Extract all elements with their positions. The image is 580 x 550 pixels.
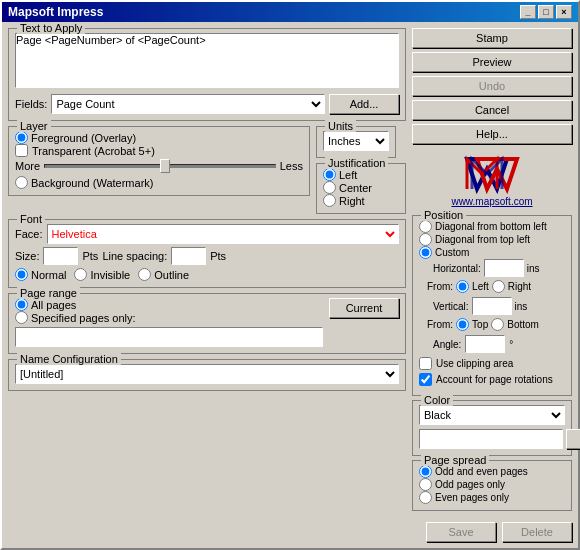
invisible-label: Invisible bbox=[90, 269, 130, 281]
justification-group: Justification Left Center Right bbox=[316, 163, 406, 214]
horizontal-input[interactable]: 0 bbox=[484, 259, 524, 277]
diagonal-top-left-radio[interactable] bbox=[419, 233, 432, 246]
bottom-buttons: Save Delete bbox=[2, 522, 578, 548]
normal-radio[interactable] bbox=[15, 268, 28, 281]
name-config-group: Name Configuration [Untitled] bbox=[8, 359, 406, 391]
odd-only-radio[interactable] bbox=[419, 478, 432, 491]
name-config-select[interactable]: [Untitled] bbox=[15, 364, 399, 384]
horizontal-unit: ins bbox=[527, 263, 540, 274]
odd-even-label: Odd and even pages bbox=[435, 466, 528, 477]
font-style-row: Normal Invisible Outline bbox=[15, 268, 399, 281]
color-label: Color bbox=[421, 394, 453, 406]
right-label: Right bbox=[339, 195, 365, 207]
right-radio-pos[interactable] bbox=[492, 280, 505, 293]
invisible-radio[interactable] bbox=[74, 268, 87, 281]
help-button[interactable]: Help... bbox=[412, 124, 572, 144]
background-radio-row: Background (Watermark) bbox=[15, 176, 303, 189]
less-label: Less bbox=[280, 160, 303, 172]
logo-url[interactable]: www.mapsoft.com bbox=[451, 196, 532, 207]
right-panel: Stamp Preview Undo Cancel Help... www.ma… bbox=[412, 28, 572, 516]
outline-label: Outline bbox=[154, 269, 189, 281]
bottom-radio-pos[interactable] bbox=[491, 318, 504, 331]
top-radio-pos[interactable] bbox=[456, 318, 469, 331]
foreground-radio[interactable] bbox=[15, 131, 28, 144]
slider-row: More Less bbox=[15, 160, 303, 172]
size-label: Size: bbox=[15, 250, 39, 262]
left-radio-row: Left bbox=[323, 168, 399, 181]
stamp-button[interactable]: Stamp bbox=[412, 28, 572, 48]
current-button[interactable]: Current bbox=[329, 298, 399, 318]
layer-label: Layer bbox=[17, 120, 51, 132]
undo-button[interactable]: Undo bbox=[412, 76, 572, 96]
diagonal-bottom-left-radio[interactable] bbox=[419, 220, 432, 233]
maximize-button[interactable]: □ bbox=[538, 5, 554, 19]
outline-radio[interactable] bbox=[138, 268, 151, 281]
even-only-radio[interactable] bbox=[419, 491, 432, 504]
font-face-select[interactable]: Helvetica bbox=[47, 224, 399, 244]
units-select[interactable]: Inches Centimeters Points bbox=[323, 131, 389, 151]
color-picker-button[interactable]: ... bbox=[566, 429, 580, 449]
more-label: More bbox=[15, 160, 40, 172]
transparent-checkbox[interactable] bbox=[15, 144, 28, 157]
odd-even-row: Odd and even pages bbox=[419, 465, 565, 478]
custom-radio[interactable] bbox=[419, 246, 432, 259]
minimize-button[interactable]: _ bbox=[520, 5, 536, 19]
vertical-input[interactable]: 0 bbox=[472, 297, 512, 315]
specified-pages-input[interactable] bbox=[15, 327, 323, 347]
background-radio[interactable] bbox=[15, 176, 28, 189]
transparent-label: Transparent (Acrobat 5+) bbox=[32, 145, 155, 157]
text-to-apply-label: Text to Apply bbox=[17, 22, 85, 34]
left-radio[interactable] bbox=[323, 168, 336, 181]
fields-select[interactable]: Page Count bbox=[51, 94, 325, 114]
from-label2: From: bbox=[427, 319, 453, 330]
opacity-slider-thumb[interactable] bbox=[160, 159, 170, 173]
font-size-input[interactable]: 12 bbox=[43, 247, 78, 265]
color-select[interactable]: Black bbox=[419, 405, 565, 425]
specified-pages-radio[interactable] bbox=[15, 311, 28, 324]
use-clipping-label: Use clipping area bbox=[436, 358, 513, 369]
position-group: Position Diagonal from bottom left Diago… bbox=[412, 215, 572, 396]
angle-input[interactable]: 0 bbox=[465, 335, 505, 353]
account-rotations-row: Account for page rotations bbox=[419, 373, 565, 386]
vertical-row: Vertical: 0 ins bbox=[419, 297, 565, 315]
use-clipping-row: Use clipping area bbox=[419, 357, 565, 370]
vertical-unit: ins bbox=[515, 301, 528, 312]
title-bar-buttons: _ □ × bbox=[520, 5, 572, 19]
line-spacing-input[interactable]: 14 bbox=[171, 247, 206, 265]
horizontal-row: Horizontal: 0 ins bbox=[419, 259, 565, 277]
from-label: From: bbox=[427, 281, 453, 292]
save-button[interactable]: Save bbox=[426, 522, 496, 542]
account-rotations-checkbox[interactable] bbox=[419, 373, 432, 386]
font-label: Font bbox=[17, 213, 45, 225]
odd-even-radio[interactable] bbox=[419, 465, 432, 478]
position-label: Position bbox=[421, 209, 466, 221]
add-button[interactable]: Add... bbox=[329, 94, 399, 114]
angle-row: Angle: 0 ° bbox=[419, 335, 565, 353]
background-label: Background (Watermark) bbox=[31, 177, 153, 189]
justification-label: Justification bbox=[325, 157, 388, 169]
page-spread-group: Page spread Odd and even pages Odd pages… bbox=[412, 460, 572, 511]
opacity-slider-track[interactable] bbox=[44, 164, 276, 168]
units-label: Units bbox=[325, 120, 356, 132]
center-radio[interactable] bbox=[323, 181, 336, 194]
page-range-group: Page range All pages Specified pages onl… bbox=[8, 293, 406, 354]
normal-radio-row: Normal bbox=[15, 268, 66, 281]
all-pages-radio[interactable] bbox=[15, 298, 28, 311]
cancel-button[interactable]: Cancel bbox=[412, 100, 572, 120]
layer-units-row: Layer Foreground (Overlay) Transparent (… bbox=[8, 126, 406, 214]
text-to-apply-textarea[interactable]: Page <PageNumber> of <PageCount> bbox=[15, 33, 399, 88]
use-clipping-checkbox[interactable] bbox=[419, 357, 432, 370]
center-radio-row: Center bbox=[323, 181, 399, 194]
from-horiz-row: From: Left Right bbox=[419, 280, 565, 293]
preview-button[interactable]: Preview bbox=[412, 52, 572, 72]
fields-row: Fields: Page Count Add... bbox=[15, 94, 399, 114]
angle-unit: ° bbox=[509, 339, 513, 350]
main-window: Mapsoft Impress _ □ × Text to Apply Page… bbox=[0, 0, 580, 550]
right-radio[interactable] bbox=[323, 194, 336, 207]
left-radio-pos[interactable] bbox=[456, 280, 469, 293]
mapsoft-logo bbox=[462, 154, 522, 194]
delete-button[interactable]: Delete bbox=[502, 522, 572, 542]
font-size-row: Size: 12 Pts Line spacing: 14 Pts bbox=[15, 247, 399, 265]
close-button[interactable]: × bbox=[556, 5, 572, 19]
outline-radio-row: Outline bbox=[138, 268, 189, 281]
